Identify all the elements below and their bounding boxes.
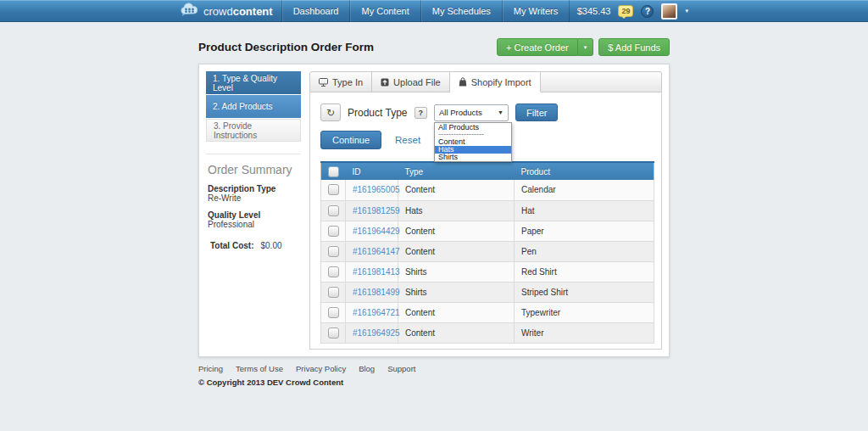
- footer-link[interactable]: Pricing: [198, 364, 223, 373]
- tab-shopify-import[interactable]: Shopify Import: [450, 72, 541, 92]
- total-cost-row: Total Cost: $0.00: [208, 241, 299, 250]
- product-type-dropdown-menu: All Products------------------ContentHat…: [434, 122, 512, 163]
- type-cell: Content: [398, 302, 515, 322]
- shopify-import-panel: ↻ Product Type ? All Products ▼ All Prod…: [309, 92, 662, 350]
- table-row: #161964721 Content Typewriter: [321, 302, 654, 322]
- product-type-select[interactable]: All Products ▼: [434, 104, 509, 121]
- dropdown-option[interactable]: ------------------: [435, 131, 511, 138]
- add-funds-label: Add Funds: [615, 42, 660, 53]
- wizard-step[interactable]: 1. Type & Quality Level: [206, 71, 301, 94]
- shopping-bag-icon: [459, 77, 467, 87]
- col-header-type: Type: [398, 162, 515, 180]
- type-cell: Content: [398, 322, 515, 343]
- footer-link[interactable]: Support: [387, 364, 415, 373]
- top-navbar: crowdcontent DashboardMy ContentMy Sched…: [0, 0, 868, 22]
- continue-button[interactable]: Continue: [320, 131, 381, 149]
- footer-link[interactable]: Blog: [359, 364, 375, 373]
- order-id-link[interactable]: #161981499: [353, 288, 400, 297]
- select-all-checkbox[interactable]: [328, 166, 339, 177]
- order-id-link[interactable]: #161964429: [353, 227, 400, 236]
- order-id-link[interactable]: #161981259: [353, 206, 400, 216]
- type-cell: Content: [398, 180, 515, 200]
- total-cost-value: $0.00: [260, 241, 281, 250]
- wizard-step[interactable]: 2. Add Products: [206, 95, 301, 118]
- summary-field: Description Type Re-Write: [208, 184, 299, 203]
- row-checkbox[interactable]: [328, 205, 339, 216]
- dollar-icon: $: [608, 42, 613, 53]
- summary-field: Quality Level Professional: [208, 210, 299, 229]
- product-cell: Red Shirt: [515, 261, 654, 282]
- type-cell: Content: [398, 241, 515, 261]
- dropdown-option[interactable]: Hats: [435, 146, 511, 154]
- product-type-label: Product Type: [348, 107, 408, 119]
- dropdown-option[interactable]: Shirts: [435, 154, 511, 161]
- tab-upload-file[interactable]: Upload File: [372, 72, 450, 92]
- type-cell: Hats: [398, 200, 515, 221]
- nav-item[interactable]: My Content: [349, 0, 420, 22]
- refresh-icon: ↻: [326, 107, 335, 119]
- row-checkbox[interactable]: [328, 184, 339, 195]
- footer: PricingTerms of UsePrivacy PolicyBlogSup…: [198, 364, 670, 387]
- order-id-link[interactable]: #161964147: [353, 247, 400, 256]
- type-cell: Content: [398, 221, 515, 241]
- plus-icon: +: [506, 42, 511, 53]
- brand-bold: content: [233, 5, 273, 18]
- app-window: crowdcontent DashboardMy ContentMy Sched…: [0, 0, 868, 431]
- account-balance[interactable]: $345.43: [577, 6, 611, 16]
- tab-type-in[interactable]: Type In: [310, 72, 372, 92]
- order-id-link[interactable]: #161965005: [353, 185, 400, 194]
- brand-light: crowd: [203, 5, 233, 18]
- navbar-right: $345.43 29 ? ▾: [577, 0, 688, 22]
- wizard-sidebar: 1. Type & Quality Level2. Add Products3.…: [206, 71, 301, 350]
- nav-item[interactable]: My Writers: [502, 0, 570, 22]
- summary-field-value: Professional: [208, 220, 299, 229]
- add-funds-button[interactable]: $ Add Funds: [598, 38, 670, 56]
- tab-strip: Type In Upload File Shopify Import: [309, 71, 662, 92]
- order-id-link[interactable]: #161981413: [353, 267, 400, 277]
- order-id-link[interactable]: #161964721: [353, 308, 400, 317]
- copyright-text: © Copyright 2013 DEV Crowd Content: [198, 378, 670, 387]
- refresh-button[interactable]: ↻: [320, 104, 341, 121]
- wizard-steps: 1. Type & Quality Level2. Add Products3.…: [206, 71, 301, 142]
- row-checkbox[interactable]: [328, 307, 339, 318]
- table-row: #161981499 Shirts Striped Shirt: [321, 282, 654, 302]
- row-checkbox[interactable]: [328, 226, 339, 237]
- dropdown-option[interactable]: All Products: [435, 124, 511, 132]
- brand-text: crowdcontent: [203, 5, 273, 18]
- help-badge-icon[interactable]: ?: [415, 107, 428, 119]
- footer-link[interactable]: Terms of Use: [236, 364, 283, 373]
- row-checkbox[interactable]: [328, 266, 339, 277]
- notification-badge[interactable]: 29: [618, 5, 633, 17]
- footer-link[interactable]: Privacy Policy: [296, 364, 346, 373]
- row-checkbox[interactable]: [328, 246, 339, 257]
- type-cell: Shirts: [398, 261, 515, 282]
- nav-item[interactable]: Dashboard: [281, 0, 350, 22]
- dropdown-option[interactable]: Content: [435, 138, 511, 146]
- order-summary: Order Summary Description Type Re-Write …: [206, 154, 301, 250]
- wizard-step[interactable]: 3. Provide Instructions: [206, 119, 301, 142]
- chevron-down-icon[interactable]: ▾: [685, 8, 688, 14]
- order-summary-fields: Description Type Re-Write Quality Level …: [208, 184, 299, 229]
- footer-links: PricingTerms of UsePrivacy PolicyBlogSup…: [198, 364, 670, 373]
- product-type-select-wrap: All Products ▼ All Products-------------…: [434, 104, 509, 121]
- header-actions: + Create Order ▾ $ Add Funds: [497, 38, 670, 56]
- product-cell: Striped Shirt: [515, 282, 654, 302]
- reset-link[interactable]: Reset: [395, 135, 420, 145]
- main-panel: Type In Upload File Shopify Import: [309, 71, 662, 350]
- order-id-link[interactable]: #161964925: [353, 328, 400, 338]
- crowd-content-logo[interactable]: crowdcontent: [180, 0, 281, 22]
- table-header-row: ID Type Product: [321, 162, 654, 180]
- tab-label: Upload File: [393, 77, 441, 87]
- row-checkbox[interactable]: [328, 327, 339, 339]
- type-cell: Shirts: [398, 282, 515, 302]
- help-icon[interactable]: ?: [641, 5, 654, 18]
- select-value: All Products: [439, 108, 482, 117]
- main-nav: DashboardMy ContentMy SchedulesMy Writer…: [281, 0, 570, 22]
- create-order-button[interactable]: + Create Order: [497, 38, 578, 56]
- user-avatar[interactable]: [661, 3, 677, 20]
- table-row: #161964429 Content Paper: [321, 221, 654, 241]
- nav-item[interactable]: My Schedules: [420, 0, 502, 22]
- create-order-dropdown-button[interactable]: ▾: [578, 38, 594, 56]
- filter-button[interactable]: Filter: [515, 104, 558, 121]
- row-checkbox[interactable]: [328, 287, 339, 298]
